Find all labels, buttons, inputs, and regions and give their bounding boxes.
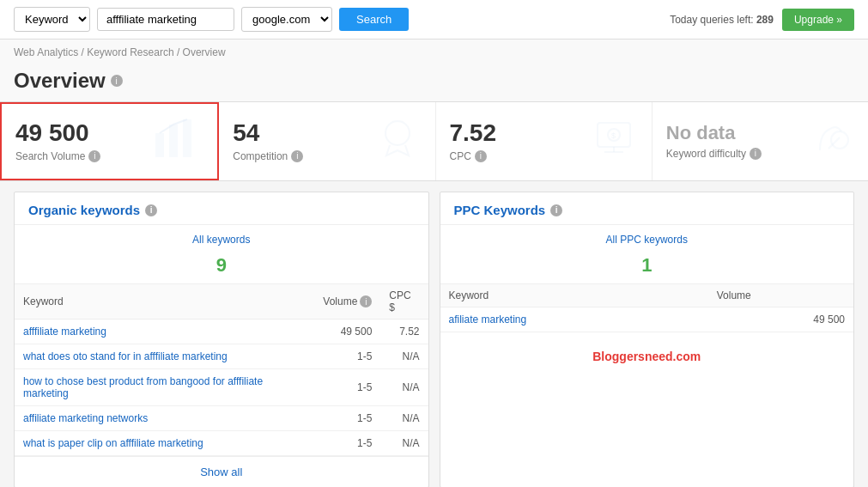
- organic-keywords-subtitle: All keywords: [15, 225, 428, 254]
- metric-info-icon-cpc[interactable]: i: [475, 150, 487, 162]
- metric-info-icon-keyword-difficulty[interactable]: i: [750, 148, 762, 160]
- keyword-input[interactable]: [97, 8, 234, 31]
- search-button[interactable]: Search: [339, 8, 409, 31]
- metric-card-cpc: 7.52 CPC i $: [436, 102, 653, 180]
- metric-text-keyword-difficulty: No data Keyword difficulty i: [666, 123, 797, 159]
- metric-icon-cpc: $: [591, 116, 638, 167]
- header-left: Keyword google.com Search: [14, 7, 409, 32]
- svg-text:$: $: [611, 131, 616, 140]
- queries-count: 289: [756, 14, 774, 26]
- organic-keywords-info-icon[interactable]: i: [145, 204, 157, 216]
- metric-card-search-volume: 49 500 Search Volume i: [0, 102, 219, 180]
- show-all-button[interactable]: Show all: [15, 456, 428, 487]
- ppc-keywords-header: PPC Keywords i: [440, 192, 854, 225]
- page-title: Overview: [14, 69, 106, 93]
- table-row: how to chose best product from bangood f…: [15, 369, 428, 406]
- keyword-link[interactable]: what is paper clip on afffiliate marketi…: [23, 437, 203, 449]
- cpc-cell: N/A: [380, 369, 428, 406]
- ppc-volume-cell: 49 500: [708, 307, 853, 332]
- breadcrumb: Web Analytics / Keyword Research / Overv…: [0, 40, 868, 65]
- breadcrumb-link-web-analytics[interactable]: Web Analytics: [14, 46, 78, 58]
- header: Keyword google.com Search Today queries …: [0, 0, 868, 40]
- organic-keywords-table: Keyword Volume i CPC $ afffiliate market…: [15, 283, 428, 456]
- keyword-link[interactable]: how to chose best product from bangood f…: [23, 375, 263, 399]
- page-title-info-icon[interactable]: i: [111, 75, 123, 87]
- volume-col-info-icon[interactable]: i: [360, 295, 372, 307]
- metric-card-competition: 54 Competition i: [219, 102, 435, 180]
- metric-text-cpc: 7.52 CPC i: [450, 120, 580, 162]
- page-title-section: Overview i: [0, 65, 868, 101]
- organic-keywords-title: Organic keywords i: [28, 203, 415, 217]
- ppc-col-volume: Volume: [708, 284, 853, 307]
- upgrade-button[interactable]: Upgrade »: [782, 9, 854, 31]
- main-content: Organic keywords i All keywords 9 Keywor…: [0, 192, 868, 487]
- volume-cell: 1-5: [314, 431, 380, 456]
- table-row: afiliate marketing 49 500: [440, 307, 854, 332]
- svg-rect-2: [183, 119, 191, 157]
- ppc-keywords-count: 1: [440, 254, 854, 283]
- metric-value-keyword-difficulty: No data: [666, 123, 797, 143]
- organic-col-volume: Volume i: [314, 284, 380, 320]
- ppc-keyword-link[interactable]: afiliate marketing: [449, 314, 527, 326]
- metric-info-icon-competition[interactable]: i: [291, 150, 303, 162]
- organic-col-cpc: CPC $: [380, 284, 428, 320]
- organic-col-keyword: Keyword: [15, 284, 314, 320]
- svg-rect-1: [169, 125, 178, 157]
- keyword-link[interactable]: affiliate marketing networks: [23, 412, 148, 424]
- table-row: affiliate marketing networks 1-5 N/A: [15, 406, 428, 431]
- cpc-cell: 7.52: [380, 320, 428, 344]
- queries-label: Today queries left: 289: [670, 14, 774, 26]
- ppc-keywords-title: PPC Keywords i: [454, 203, 841, 217]
- organic-keywords-count: 9: [15, 254, 428, 283]
- ppc-keywords-info-icon[interactable]: i: [550, 204, 562, 216]
- metric-info-icon-search-volume[interactable]: i: [88, 150, 100, 162]
- volume-cell: 1-5: [314, 406, 380, 431]
- table-row: afffiliate marketing 49 500 7.52: [15, 320, 428, 344]
- metric-card-keyword-difficulty: No data Keyword difficulty i: [653, 102, 868, 180]
- metric-icon-keyword-difficulty: [807, 116, 854, 167]
- cpc-cell: N/A: [380, 406, 428, 431]
- svg-point-3: [385, 121, 410, 145]
- ppc-col-keyword: Keyword: [440, 284, 708, 307]
- volume-cell: 1-5: [314, 344, 380, 369]
- metric-value-competition: 54: [233, 120, 363, 147]
- breadcrumb-link-keyword-research[interactable]: Keyword Research: [87, 46, 173, 58]
- organic-keywords-panel: Organic keywords i All keywords 9 Keywor…: [14, 192, 429, 487]
- breadcrumb-current: Overview: [183, 46, 226, 58]
- metric-label-keyword-difficulty: Keyword difficulty i: [666, 148, 797, 160]
- metric-icon-competition: [374, 116, 422, 167]
- cpc-cell: N/A: [380, 344, 428, 369]
- watermark: Bloggersneed.com: [440, 332, 854, 380]
- metric-text-competition: 54 Competition i: [233, 120, 363, 162]
- volume-cell: 49 500: [314, 320, 380, 344]
- metrics-row: 49 500 Search Volume i 54 Competition i: [0, 101, 868, 181]
- type-select[interactable]: Keyword: [14, 7, 90, 32]
- ppc-keywords-subtitle: All PPC keywords: [440, 225, 854, 254]
- metric-text-search-volume: 49 500 Search Volume i: [15, 120, 142, 162]
- metric-value-search-volume: 49 500: [15, 120, 142, 147]
- metric-label-cpc: CPC i: [450, 150, 580, 162]
- domain-select[interactable]: google.com: [241, 7, 332, 32]
- metric-label-competition: Competition i: [233, 150, 363, 162]
- table-row: what does oto stand for in afffiliate ma…: [15, 344, 428, 369]
- organic-keywords-header: Organic keywords i: [15, 192, 428, 225]
- table-row: what is paper clip on afffiliate marketi…: [15, 431, 428, 456]
- keyword-link[interactable]: afffiliate marketing: [23, 326, 106, 338]
- keyword-link[interactable]: what does oto stand for in afffiliate ma…: [23, 350, 228, 362]
- ppc-keywords-panel: PPC Keywords i All PPC keywords 1 Keywor…: [440, 192, 855, 487]
- metric-icon-search-volume: [152, 116, 203, 167]
- metric-value-cpc: 7.52: [450, 120, 580, 147]
- metric-label-search-volume: Search Volume i: [15, 150, 142, 162]
- ppc-keywords-table: Keyword Volume afiliate marketing 49 500: [440, 283, 854, 332]
- cpc-cell: N/A: [380, 431, 428, 456]
- svg-rect-0: [155, 133, 164, 157]
- header-right: Today queries left: 289 Upgrade »: [670, 9, 854, 31]
- volume-cell: 1-5: [314, 369, 380, 406]
- svg-point-9: [831, 131, 848, 149]
